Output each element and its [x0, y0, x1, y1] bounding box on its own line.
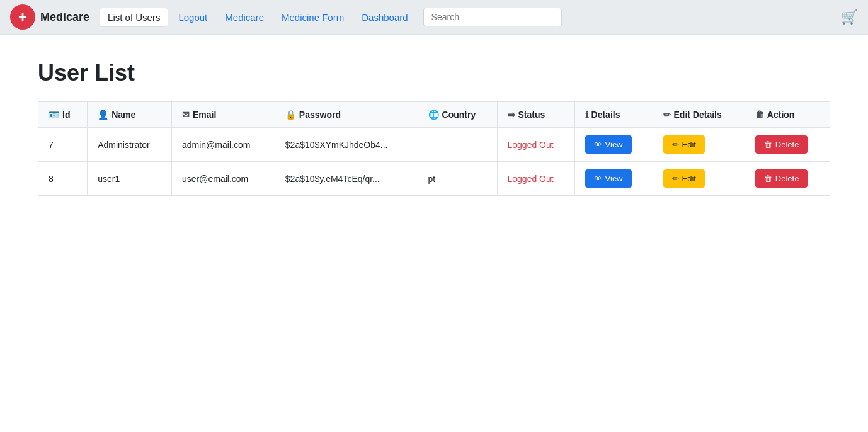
cell-country: pt: [418, 162, 497, 196]
cell-email: admin@mail.com: [171, 128, 275, 162]
th-name: 👤Name: [88, 102, 172, 128]
th-action: 🗑Action: [745, 102, 830, 128]
eye-icon: 👁: [594, 140, 602, 149]
password-icon: 🔒: [285, 110, 296, 120]
status-icon: ➡: [508, 110, 515, 120]
edit-icon: ✏: [663, 110, 671, 120]
cell-status: Logged Out: [497, 128, 574, 162]
delete-button[interactable]: 🗑Delete: [755, 169, 808, 188]
cell-edit: ✏Edit: [653, 162, 745, 196]
cell-password: $2a$10$XYmKJhdeOb4...: [275, 128, 418, 162]
cart-icon[interactable]: 🛒: [841, 9, 858, 25]
table-row: 7 Administrator admin@mail.com $2a$10$XY…: [38, 128, 830, 162]
name-icon: 👤: [98, 110, 108, 120]
th-password: 🔒Password: [275, 102, 418, 128]
nav-dashboard[interactable]: Dashboard: [354, 8, 415, 26]
navbar-right: 🛒: [841, 9, 858, 25]
table-row: 8 user1 user@email.com $2a$10$y.eM4TcEq/…: [38, 162, 830, 196]
th-edit-details: ✏Edit Details: [653, 102, 745, 128]
cell-id: 7: [38, 128, 88, 162]
th-email: ✉Email: [171, 102, 275, 128]
nav-logout[interactable]: Logout: [171, 8, 215, 26]
edit-button[interactable]: ✏Edit: [663, 135, 705, 154]
email-icon: ✉: [182, 110, 190, 120]
id-icon: 🪪: [49, 110, 59, 120]
country-icon: 🌐: [428, 110, 439, 120]
user-table: 🪪Id 👤Name ✉Email 🔒Password 🌐Country ➡Sta…: [38, 101, 830, 196]
details-icon: ℹ: [585, 110, 588, 120]
navbar: + Medicare List of Users Logout Medicare…: [0, 0, 868, 35]
view-button[interactable]: 👁View: [585, 135, 632, 154]
main-content: User List 🪪Id 👤Name ✉Email 🔒Password 🌐Co…: [0, 35, 868, 432]
cell-details: 👁View: [574, 162, 653, 196]
th-country: 🌐Country: [418, 102, 497, 128]
view-button[interactable]: 👁View: [585, 169, 632, 188]
table-body: 7 Administrator admin@mail.com $2a$10$XY…: [38, 128, 830, 196]
nav-medicine-form[interactable]: Medicine Form: [274, 8, 351, 26]
cell-action: 🗑Delete: [745, 128, 830, 162]
cell-password: $2a$10$y.eM4TcEq/qr...: [275, 162, 418, 196]
brand-name: Medicare: [40, 11, 89, 24]
pencil-icon: ✏: [672, 140, 679, 149]
edit-button[interactable]: ✏Edit: [663, 169, 705, 188]
eye-icon: 👁: [594, 174, 602, 183]
delete-button[interactable]: 🗑Delete: [755, 135, 808, 154]
cell-country: [418, 128, 497, 162]
cell-email: user@email.com: [171, 162, 275, 196]
nav-links: List of Users Logout Medicare Medicine F…: [100, 8, 416, 27]
nav-medicare[interactable]: Medicare: [217, 8, 271, 26]
cell-status: Logged Out: [497, 162, 574, 196]
delete-icon: 🗑: [755, 110, 764, 120]
cell-details: 👁View: [574, 128, 653, 162]
th-status: ➡Status: [497, 102, 574, 128]
cell-edit: ✏Edit: [653, 128, 745, 162]
brand: + Medicare: [10, 4, 89, 30]
trash-icon: 🗑: [764, 174, 772, 183]
brand-icon: +: [10, 4, 35, 30]
cell-action: 🗑Delete: [745, 162, 830, 196]
th-details: ℹDetails: [574, 102, 653, 128]
search-input[interactable]: [423, 8, 562, 26]
page-title: User List: [38, 60, 830, 86]
pencil-icon: ✏: [672, 174, 679, 183]
cell-id: 8: [38, 162, 88, 196]
trash-icon: 🗑: [764, 140, 772, 149]
th-id: 🪪Id: [38, 102, 88, 128]
table-header-row: 🪪Id 👤Name ✉Email 🔒Password 🌐Country ➡Sta…: [38, 102, 830, 128]
cell-name: user1: [88, 162, 172, 196]
nav-list-of-users[interactable]: List of Users: [100, 8, 168, 27]
cell-name: Administrator: [88, 128, 172, 162]
